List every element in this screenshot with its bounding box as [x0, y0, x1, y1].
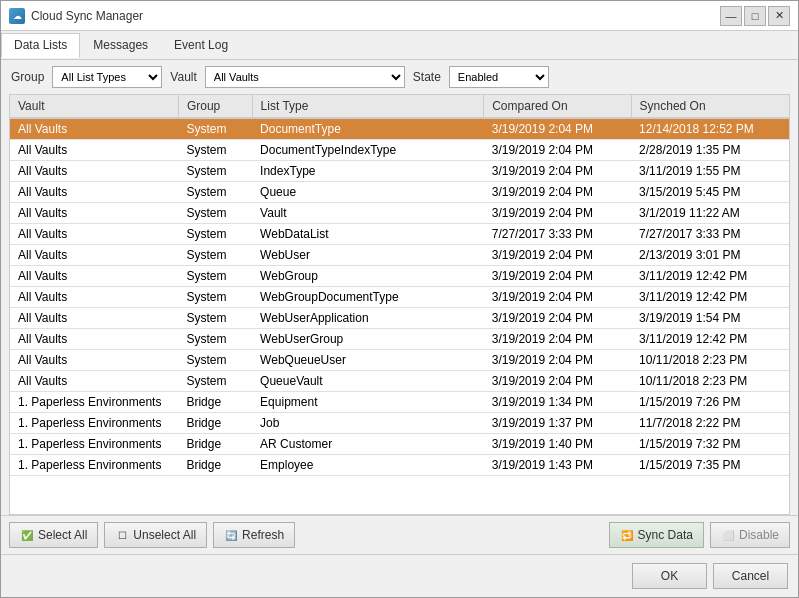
menu-bar: Data Lists Messages Event Log [1, 31, 798, 60]
table-cell: 2/28/2019 1:35 PM [631, 140, 789, 161]
table-row[interactable]: All VaultsSystemWebUser3/19/2019 2:04 PM… [10, 245, 789, 266]
table-cell: System [178, 245, 252, 266]
maximize-button[interactable]: □ [744, 6, 766, 26]
col-header-compared: Compared On [484, 95, 631, 118]
table-cell: WebDataList [252, 224, 484, 245]
app-icon: ☁ [9, 8, 25, 24]
table-cell: 3/19/2019 2:04 PM [484, 182, 631, 203]
table-row[interactable]: 1. Paperless EnvironmentsBridgeAR Custom… [10, 434, 789, 455]
unselect-all-icon: ☐ [115, 528, 129, 542]
table-row[interactable]: All VaultsSystemVault3/19/2019 2:04 PM3/… [10, 203, 789, 224]
table-cell: All Vaults [10, 118, 178, 140]
table-cell: AR Customer [252, 434, 484, 455]
table-cell: All Vaults [10, 350, 178, 371]
close-button[interactable]: ✕ [768, 6, 790, 26]
table-cell: WebUserGroup [252, 329, 484, 350]
table-cell: System [178, 203, 252, 224]
table-cell: All Vaults [10, 371, 178, 392]
cancel-button[interactable]: Cancel [713, 563, 788, 589]
tab-messages[interactable]: Messages [80, 33, 161, 57]
table-row[interactable]: All VaultsSystemWebGroupDocumentType3/19… [10, 287, 789, 308]
table-row[interactable]: 1. Paperless EnvironmentsBridgeJob3/19/2… [10, 413, 789, 434]
table-cell: 3/19/2019 2:04 PM [484, 245, 631, 266]
table-cell: WebQueueUser [252, 350, 484, 371]
group-label: Group [11, 70, 44, 84]
table-cell: 1. Paperless Environments [10, 434, 178, 455]
tab-data-lists[interactable]: Data Lists [1, 33, 80, 58]
table-row[interactable]: 1. Paperless EnvironmentsBridgeEquipment… [10, 392, 789, 413]
table-row[interactable]: All VaultsSystemDocumentTypeIndexType3/1… [10, 140, 789, 161]
table-cell: IndexType [252, 161, 484, 182]
table-cell: 3/19/2019 2:04 PM [484, 203, 631, 224]
table-cell: Bridge [178, 413, 252, 434]
table-cell: WebGroup [252, 266, 484, 287]
refresh-icon: 🔄 [224, 528, 238, 542]
table-cell: DocumentTypeIndexType [252, 140, 484, 161]
table-cell: 1. Paperless Environments [10, 413, 178, 434]
table-row[interactable]: All VaultsSystemWebDataList7/27/2017 3:3… [10, 224, 789, 245]
table-cell: 3/19/2019 1:54 PM [631, 308, 789, 329]
table-cell: 1. Paperless Environments [10, 455, 178, 476]
table-cell: System [178, 287, 252, 308]
table-cell: 3/19/2019 2:04 PM [484, 308, 631, 329]
vault-select[interactable]: All Vaults 1. Paperless Environments [205, 66, 405, 88]
select-all-button[interactable]: ✅ Select All [9, 522, 98, 548]
table-cell: All Vaults [10, 287, 178, 308]
col-header-group: Group [178, 95, 252, 118]
table-cell: 1/15/2019 7:32 PM [631, 434, 789, 455]
table-cell: System [178, 161, 252, 182]
table-cell: 3/19/2019 1:43 PM [484, 455, 631, 476]
table-row[interactable]: All VaultsSystemWebGroup3/19/2019 2:04 P… [10, 266, 789, 287]
state-select[interactable]: Enabled Disabled All [449, 66, 549, 88]
group-select[interactable]: All List Types System Bridge [52, 66, 162, 88]
table-row[interactable]: All VaultsSystemIndexType3/19/2019 2:04 … [10, 161, 789, 182]
data-table-container: Vault Group List Type Compared On Synche… [9, 94, 790, 515]
state-label: State [413, 70, 441, 84]
table-cell: 3/11/2019 12:42 PM [631, 329, 789, 350]
table-row[interactable]: All VaultsSystemDocumentType3/19/2019 2:… [10, 118, 789, 140]
table-row[interactable]: All VaultsSystemWebUserGroup3/19/2019 2:… [10, 329, 789, 350]
table-row[interactable]: All VaultsSystemQueueVault3/19/2019 2:04… [10, 371, 789, 392]
table-cell: 3/11/2019 1:55 PM [631, 161, 789, 182]
minimize-button[interactable]: — [720, 6, 742, 26]
sync-data-label: Sync Data [638, 528, 693, 542]
refresh-button[interactable]: 🔄 Refresh [213, 522, 295, 548]
table-cell: Job [252, 413, 484, 434]
table-cell: System [178, 308, 252, 329]
table-cell: 3/19/2019 2:04 PM [484, 371, 631, 392]
col-header-vault: Vault [10, 95, 178, 118]
table-row[interactable]: All VaultsSystemWebQueueUser3/19/2019 2:… [10, 350, 789, 371]
sync-data-button[interactable]: 🔁 Sync Data [609, 522, 704, 548]
table-cell: 3/19/2019 2:04 PM [484, 266, 631, 287]
title-bar: ☁ Cloud Sync Manager — □ ✕ [1, 1, 798, 31]
table-cell: WebUser [252, 245, 484, 266]
vault-label: Vault [170, 70, 196, 84]
table-cell: WebGroupDocumentType [252, 287, 484, 308]
table-cell: Bridge [178, 434, 252, 455]
table-cell: Employee [252, 455, 484, 476]
table-cell: 3/19/2019 2:04 PM [484, 287, 631, 308]
table-cell: 3/1/2019 11:22 AM [631, 203, 789, 224]
window-title: Cloud Sync Manager [31, 9, 143, 23]
table-cell: All Vaults [10, 266, 178, 287]
unselect-all-button[interactable]: ☐ Unselect All [104, 522, 207, 548]
table-cell: QueueVault [252, 371, 484, 392]
dialog-footer: OK Cancel [1, 554, 798, 597]
table-cell: 3/11/2019 12:42 PM [631, 266, 789, 287]
table-cell: 3/15/2019 5:45 PM [631, 182, 789, 203]
tab-event-log[interactable]: Event Log [161, 33, 241, 57]
table-row[interactable]: All VaultsSystemQueue3/19/2019 2:04 PM3/… [10, 182, 789, 203]
main-window: ☁ Cloud Sync Manager — □ ✕ Data Lists Me… [0, 0, 799, 598]
table-cell: All Vaults [10, 182, 178, 203]
disable-button[interactable]: ⬜ Disable [710, 522, 790, 548]
table-cell: Vault [252, 203, 484, 224]
table-cell: 7/27/2017 3:33 PM [484, 224, 631, 245]
table-row[interactable]: 1. Paperless EnvironmentsBridgeEmployee3… [10, 455, 789, 476]
table-cell: 7/27/2017 3:33 PM [631, 224, 789, 245]
table-cell: System [178, 350, 252, 371]
col-header-listtype: List Type [252, 95, 484, 118]
table-row[interactable]: All VaultsSystemWebUserApplication3/19/2… [10, 308, 789, 329]
ok-button[interactable]: OK [632, 563, 707, 589]
table-header-row: Vault Group List Type Compared On Synche… [10, 95, 789, 118]
table-cell: System [178, 182, 252, 203]
